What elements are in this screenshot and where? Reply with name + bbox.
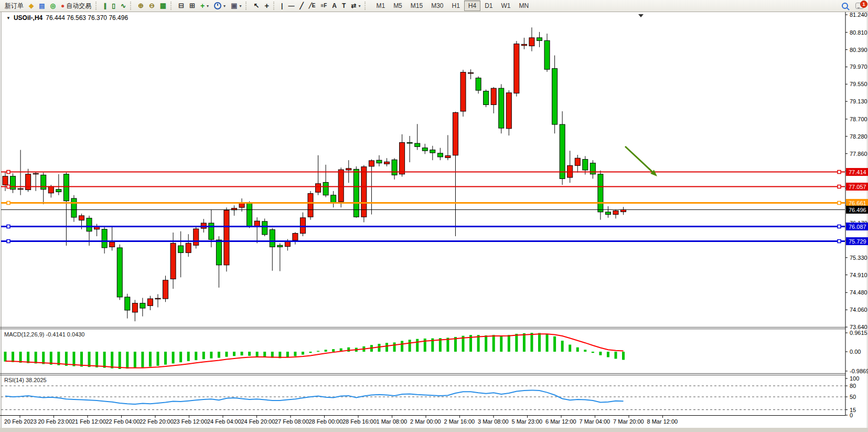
- macd-histogram-bar: [569, 345, 571, 352]
- tile-windows-icon[interactable]: ▦: [157, 1, 169, 11]
- equidistant-channel-icon-glyph: ╱E: [309, 1, 316, 11]
- add-indicator-button[interactable]: +▾: [198, 1, 211, 11]
- arrows-icon[interactable]: ⇄▾: [348, 1, 363, 11]
- market-watch-icon[interactable]: ◆: [26, 1, 36, 11]
- cursor-icon[interactable]: ↖: [251, 1, 262, 11]
- macd-tick-label: 0.00: [850, 349, 861, 355]
- time-tick-label: 2 Mar 16:00: [444, 418, 475, 425]
- timeframe-m30-button[interactable]: M30: [427, 1, 447, 11]
- macd-histogram-bar: [4, 352, 7, 362]
- timeframe-m1-button[interactable]: M1: [372, 1, 389, 11]
- line-handle[interactable]: [7, 202, 10, 205]
- timeframe-m15-button[interactable]: M15: [406, 1, 427, 11]
- line-handle[interactable]: [838, 185, 841, 188]
- toolbar: 新订单◆▤◎●自动交易∥▯∿⊕⊖▦⊟⊞+▾▾▣▾↖+|—╱╱E≡FAT⇄▾ M1…: [0, 0, 868, 12]
- candle-body: [400, 143, 405, 174]
- autotrade-button[interactable]: ●自动交易: [58, 1, 94, 11]
- line-handle[interactable]: [838, 240, 841, 243]
- template-button[interactable]: ▣▾: [228, 1, 244, 11]
- macd-histogram-bar: [561, 341, 564, 352]
- candle-body: [590, 163, 595, 174]
- timeframe-mn-button[interactable]: MN: [515, 1, 533, 11]
- line-handle[interactable]: [7, 185, 10, 188]
- text-icon[interactable]: A: [329, 1, 339, 11]
- chart-ohlc-values: 76.444 76.563 76.370 76.496: [46, 14, 128, 22]
- horizontal-line-icon[interactable]: —: [285, 1, 297, 11]
- line-handle[interactable]: [7, 240, 10, 243]
- macd-histogram-bar: [157, 352, 159, 366]
- text-label-icon[interactable]: T: [339, 1, 348, 11]
- candle-body: [155, 298, 160, 299]
- candle-body: [285, 241, 290, 246]
- vertical-line-icon[interactable]: |: [278, 1, 285, 11]
- new-order-button[interactable]: 新订单: [2, 1, 26, 11]
- chat-icon[interactable]: 1: [855, 3, 864, 9]
- macd-histogram-bar: [409, 340, 411, 352]
- horizontal-line-icon-glyph: —: [288, 1, 294, 11]
- macd-histogram-bar: [508, 335, 510, 352]
- symbol-dropdown-icon[interactable]: ▼: [6, 16, 10, 20]
- fibonacci-icon[interactable]: ≡F: [318, 1, 329, 11]
- macd-histogram-bar: [179, 352, 182, 362]
- macd-histogram-bar: [126, 352, 128, 368]
- macd-histogram-bar: [615, 352, 617, 359]
- candle-body: [529, 38, 534, 46]
- candle-body: [369, 161, 374, 166]
- macd-histogram-bar: [347, 347, 350, 352]
- zoom-out-icon[interactable]: ⊖: [146, 1, 157, 11]
- line-handle[interactable]: [838, 202, 841, 205]
- macd-histogram-bar: [546, 334, 549, 352]
- bar-chart-icon[interactable]: ∥: [101, 1, 109, 11]
- price-tick-label: 74.910: [850, 272, 867, 278]
- time-tick-label: 24 Feb 04:00: [207, 418, 241, 425]
- candle-body: [186, 243, 191, 252]
- line-handle[interactable]: [7, 225, 10, 228]
- indicator-list-icon[interactable]: ⊞: [187, 1, 198, 11]
- candle-body: [544, 40, 550, 69]
- time-tick-label: 22 Feb 20:00: [140, 418, 174, 425]
- rsi-label: RSI(14) 38.2025: [4, 377, 47, 383]
- time-tick-label: 7 Mar 20:00: [613, 418, 644, 425]
- timeframe-m5-button[interactable]: M5: [389, 1, 406, 11]
- notification-badge: 1: [860, 1, 867, 8]
- text-label-icon-glyph: T: [342, 1, 346, 11]
- timeframe-h1-button[interactable]: H1: [447, 1, 464, 11]
- price-tick-label: 79.550: [850, 81, 867, 87]
- chart-canvas[interactable]: 81.24080.81080.39079.97079.55079.13078.7…: [0, 0, 868, 432]
- candle-body: [147, 299, 153, 305]
- line-handle[interactable]: [7, 171, 10, 174]
- macd-histogram-bar: [492, 335, 495, 352]
- chart-shift-marker[interactable]: [638, 14, 644, 17]
- candle-body: [132, 303, 137, 312]
- macd-histogram-bar: [599, 352, 602, 355]
- signal-icon[interactable]: ◎: [48, 1, 58, 11]
- candle-body: [209, 223, 214, 239]
- candlestick-chart-icon[interactable]: ▯: [109, 1, 118, 11]
- candle-body: [194, 229, 199, 245]
- equidistant-channel-icon[interactable]: ╱E: [306, 1, 318, 11]
- data-window-icon[interactable]: ▤: [36, 1, 47, 11]
- period-button[interactable]: ▾: [211, 1, 228, 11]
- timeframe-h4-button[interactable]: H4: [464, 1, 480, 11]
- time-tick-label: 7 Mar 04:00: [580, 418, 610, 425]
- indicator-window-icon[interactable]: ⊟: [176, 1, 187, 11]
- crosshair-icon[interactable]: +: [262, 1, 272, 11]
- timeframe-w1-button[interactable]: W1: [497, 1, 515, 11]
- candle-body: [575, 158, 580, 165]
- signal-icon-glyph: ◎: [50, 1, 56, 11]
- time-tick-label: 27 Feb 08:00: [275, 418, 309, 425]
- search-icon[interactable]: [842, 3, 848, 9]
- trendline-icon[interactable]: ╱: [297, 1, 306, 11]
- line-handle[interactable]: [838, 225, 841, 228]
- rsi-indicator: [1, 386, 845, 410]
- price-badge-label: 76.087: [849, 224, 866, 230]
- candle-body: [178, 246, 184, 252]
- timeframe-d1-button[interactable]: D1: [480, 1, 497, 11]
- line-handle[interactable]: [838, 171, 841, 174]
- zoom-in-icon[interactable]: ⊕: [135, 1, 146, 11]
- arrow-annotation[interactable]: [625, 146, 655, 174]
- macd-histogram-bar: [401, 341, 403, 352]
- line-chart-icon[interactable]: ∿: [118, 1, 128, 11]
- candle-body: [10, 176, 16, 189]
- macd-histogram-bar: [42, 352, 45, 364]
